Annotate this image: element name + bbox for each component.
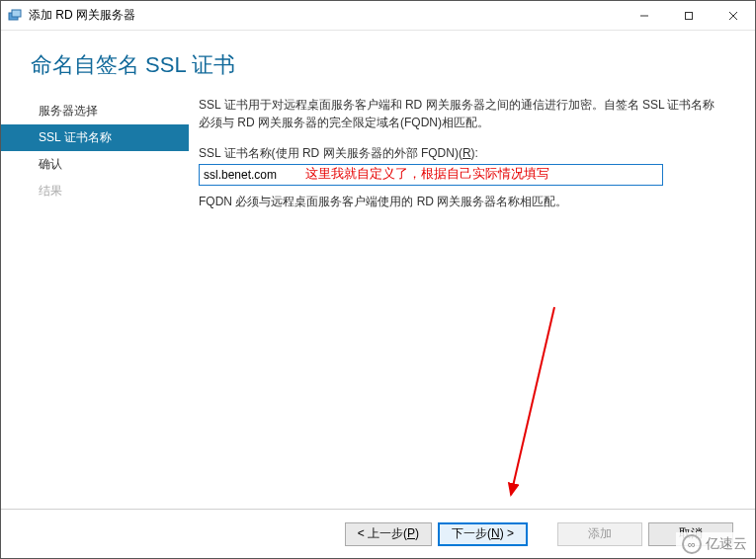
window-title: 添加 RD 网关服务器 (29, 7, 135, 24)
main-panel: SSL 证书用于对远程桌面服务客户端和 RD 网关服务器之间的通信进行加密。自签… (189, 96, 755, 503)
description-text: SSL 证书用于对远程桌面服务客户端和 RD 网关服务器之间的通信进行加密。自签… (199, 96, 719, 131)
sidebar-item-ssl-cert-name[interactable]: SSL 证书名称 (1, 124, 189, 151)
footer: < 上一步(P) 下一步(N) > 添加 取消 (1, 509, 755, 558)
svg-rect-3 (685, 12, 692, 19)
cancel-button[interactable]: 取消 (648, 522, 733, 546)
sidebar-item-confirm[interactable]: 确认 (1, 151, 189, 178)
next-button[interactable]: 下一步(N) > (438, 522, 528, 546)
sidebar-item-server-select[interactable]: 服务器选择 (1, 98, 189, 124)
add-button: 添加 (557, 522, 642, 546)
maximize-button[interactable] (666, 1, 711, 31)
titlebar: 添加 RD 网关服务器 (1, 1, 755, 31)
dialog-window: 添加 RD 网关服务器 命名自签名 SSL 证书 服务器选择 SSL 证书名称 … (0, 0, 756, 559)
hint-text: FQDN 必须与远程桌面服务客户端使用的 RD 网关服务器名称相匹配。 (199, 194, 719, 210)
app-icon (7, 8, 23, 24)
page-title: 命名自签名 SSL 证书 (31, 50, 725, 80)
minimize-button[interactable] (622, 1, 666, 31)
svg-rect-1 (12, 10, 21, 17)
ssl-cert-name-input[interactable] (199, 164, 663, 186)
header: 命名自签名 SSL 证书 (1, 31, 755, 96)
sidebar-item-results: 结果 (1, 178, 189, 204)
content: 服务器选择 SSL 证书名称 确认 结果 SSL 证书用于对远程桌面服务客户端和… (1, 96, 755, 503)
previous-button[interactable]: < 上一步(P) (345, 522, 432, 546)
input-label: SSL 证书名称(使用 RD 网关服务器的外部 FQDN)(R): (199, 145, 719, 162)
sidebar: 服务器选择 SSL 证书名称 确认 结果 (1, 96, 189, 503)
close-button[interactable] (711, 1, 755, 31)
